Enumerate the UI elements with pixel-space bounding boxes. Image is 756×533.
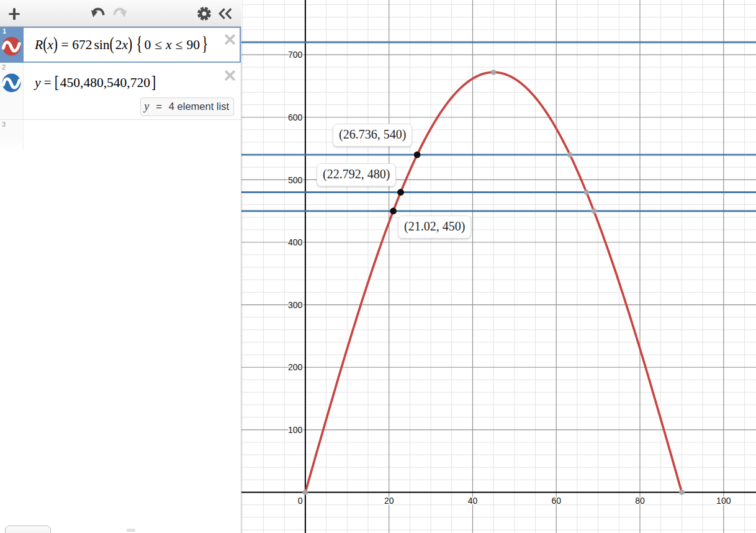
svg-text:500: 500 bbox=[288, 175, 303, 185]
svg-text:400: 400 bbox=[288, 237, 303, 247]
svg-text:100: 100 bbox=[716, 496, 731, 506]
svg-text:300: 300 bbox=[288, 300, 303, 310]
svg-text:0: 0 bbox=[298, 496, 303, 506]
svg-text:200: 200 bbox=[288, 362, 303, 372]
svg-text:80: 80 bbox=[635, 496, 645, 506]
svg-text:40: 40 bbox=[468, 496, 478, 506]
svg-text:20: 20 bbox=[384, 496, 394, 506]
svg-text:700: 700 bbox=[288, 50, 303, 60]
svg-text:60: 60 bbox=[551, 496, 561, 506]
svg-text:100: 100 bbox=[288, 425, 303, 435]
svg-text:600: 600 bbox=[288, 112, 303, 122]
